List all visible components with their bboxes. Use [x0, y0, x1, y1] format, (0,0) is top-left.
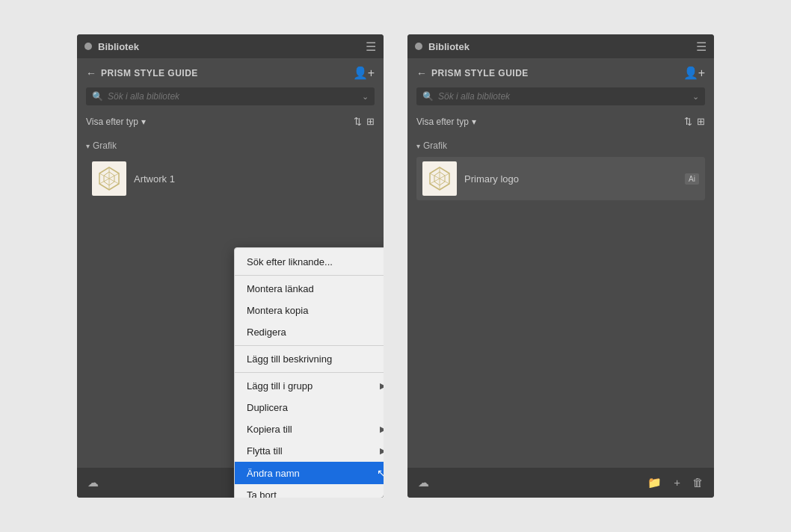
- breadcrumb-row: ← PRISM STYLE GUIDE 👤+: [86, 66, 375, 80]
- menu-item-copy-to[interactable]: Kopiera till ▶: [235, 418, 384, 440]
- breadcrumb-left: ← PRISM STYLE GUIDE: [86, 67, 198, 79]
- right-titlebar-left: Bibliotek: [415, 41, 470, 52]
- menu-item-edit[interactable]: Redigera: [235, 321, 384, 343]
- right-menu-icon[interactable]: ☰: [696, 40, 707, 54]
- right-panel-title: Bibliotek: [428, 41, 470, 52]
- right-breadcrumb-left: ← PRISM STYLE GUIDE: [416, 67, 529, 79]
- back-button[interactable]: ←: [86, 67, 96, 79]
- sort-icon[interactable]: ⇅: [354, 116, 362, 127]
- copy-to-arrow-icon: ▶: [380, 424, 384, 434]
- right-back-button[interactable]: ←: [416, 67, 427, 79]
- grid-icon[interactable]: ⊞: [366, 116, 375, 127]
- left-panel-header: ← PRISM STYLE GUIDE 👤+ 🔍 ⌄ Visa efter ty…: [77, 58, 384, 134]
- right-footer-icons: 📁 + 🗑: [647, 476, 704, 489]
- search-chevron-icon[interactable]: ⌄: [362, 92, 369, 102]
- search-icon: 🔍: [92, 91, 103, 102]
- menu-icon[interactable]: ☰: [366, 40, 376, 54]
- filter-chevron-icon: ▾: [141, 117, 146, 127]
- primary-logo-svg: [428, 166, 451, 191]
- primary-logo-item[interactable]: Primary logo Ai: [416, 157, 705, 200]
- right-breadcrumb-row: ← PRISM STYLE GUIDE 👤+: [416, 66, 705, 80]
- left-panel-title: Bibliotek: [98, 41, 139, 52]
- item-type-badge: Ai: [685, 173, 699, 185]
- right-filter-icons: ⇅ ⊞: [684, 116, 705, 127]
- right-section-label: Grafik: [423, 140, 447, 151]
- menu-item-add-desc[interactable]: Lägg till beskrivning: [235, 348, 384, 370]
- search-input[interactable]: [108, 91, 362, 102]
- right-filter-row: Visa efter typ ▾ ⇅ ⊞: [416, 113, 705, 130]
- right-add-icon[interactable]: +: [674, 476, 680, 489]
- search-row: 🔍 ⌄: [86, 87, 375, 105]
- right-grid-icon[interactable]: ⊞: [697, 116, 705, 127]
- right-breadcrumb-text: PRISM STYLE GUIDE: [431, 68, 529, 78]
- right-filter-label: Visa efter typ: [416, 117, 469, 127]
- menu-item-move-to[interactable]: Flytta till ▶: [235, 440, 384, 462]
- right-cloud-icon[interactable]: ☁: [418, 476, 429, 489]
- menu-item-rename[interactable]: Ändra namn ↖: [235, 462, 384, 484]
- menu-item-place-copy[interactable]: Montera kopia: [235, 300, 384, 321]
- grafik-section-header: ▾ Grafik: [86, 140, 375, 151]
- menu-item-delete[interactable]: Ta bort: [235, 484, 384, 498]
- right-grafik-section-header: ▾ Grafik: [416, 140, 705, 151]
- right-panel-body: ▾ Grafik Primary logo Ai: [407, 134, 714, 468]
- menu-item-add-group[interactable]: Lägg till i grupp ▶: [235, 375, 384, 397]
- filter-icons: ⇅ ⊞: [354, 116, 375, 127]
- right-folder-icon[interactable]: 📁: [647, 476, 662, 489]
- breadcrumb-text: PRISM STYLE GUIDE: [101, 68, 198, 78]
- menu-item-search-similar[interactable]: Sök efter liknande...: [235, 251, 384, 273]
- cursor-icon: ↖: [377, 467, 384, 479]
- section-chevron-icon[interactable]: ▾: [86, 142, 90, 150]
- right-filter-chevron-icon: ▾: [472, 117, 476, 127]
- right-panel-footer: ☁ 📁 + 🗑: [407, 468, 714, 498]
- right-trash-icon[interactable]: 🗑: [692, 476, 704, 489]
- right-filter-dropdown[interactable]: Visa efter typ ▾: [416, 117, 476, 127]
- menu-separator-1: [235, 275, 384, 276]
- right-titlebar: Bibliotek ☰: [407, 34, 714, 58]
- right-close-dot[interactable]: [415, 43, 422, 50]
- artwork-item-name: Artwork 1: [134, 173, 369, 185]
- right-section-chevron-icon[interactable]: ▾: [416, 142, 420, 150]
- context-menu: Sök efter liknande... Montera länkad Mon…: [234, 247, 384, 498]
- right-library-panel: Bibliotek ☰ ← PRISM STYLE GUIDE 👤+ 🔍 ⌄ V…: [407, 34, 714, 498]
- left-library-panel: Bibliotek ☰ ← PRISM STYLE GUIDE 👤+ 🔍 ⌄ V…: [77, 34, 384, 498]
- menu-separator-2: [235, 345, 384, 346]
- right-search-icon: 🔍: [422, 91, 434, 102]
- right-search-input[interactable]: [438, 91, 692, 102]
- cloud-icon[interactable]: ☁: [87, 476, 99, 489]
- close-dot[interactable]: [84, 43, 92, 50]
- menu-separator-3: [235, 372, 384, 373]
- right-search-row: 🔍 ⌄: [416, 87, 705, 105]
- user-add-icon[interactable]: 👤+: [353, 66, 375, 80]
- artwork-logo-svg: [98, 166, 120, 191]
- right-search-chevron-icon[interactable]: ⌄: [692, 92, 699, 102]
- filter-row: Visa efter typ ▾ ⇅ ⊞: [86, 113, 375, 130]
- move-to-arrow-icon: ▶: [380, 446, 384, 456]
- primary-logo-thumbnail: [422, 161, 457, 196]
- right-panel-header: ← PRISM STYLE GUIDE 👤+ 🔍 ⌄ Visa efter ty…: [407, 58, 714, 134]
- section-label: Grafik: [93, 140, 117, 151]
- filter-dropdown[interactable]: Visa efter typ ▾: [86, 117, 146, 127]
- artwork-thumbnail: [92, 161, 126, 196]
- menu-item-duplicate[interactable]: Duplicera: [235, 397, 384, 418]
- right-user-add-icon[interactable]: 👤+: [683, 66, 705, 80]
- submenu-arrow-icon: ▶: [380, 381, 384, 391]
- titlebar-left: Bibliotek: [84, 41, 139, 52]
- filter-label: Visa efter typ: [86, 117, 138, 127]
- primary-logo-item-name: Primary logo: [464, 173, 677, 185]
- left-titlebar: Bibliotek ☰: [77, 34, 384, 58]
- artwork-item[interactable]: Artwork 1: [86, 157, 375, 200]
- right-sort-icon[interactable]: ⇅: [684, 116, 692, 127]
- menu-item-place-linked[interactable]: Montera länkad: [235, 278, 384, 300]
